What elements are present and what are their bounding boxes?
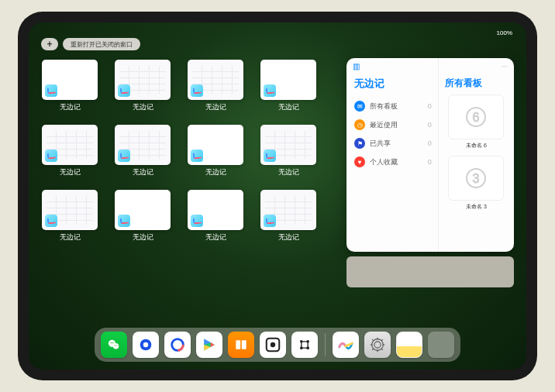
notes-icon[interactable] (396, 332, 422, 358)
app-switcher-item[interactable]: 无边记 (114, 125, 171, 184)
svg-rect-15 (242, 340, 246, 349)
dock-separator (325, 333, 326, 356)
freeform-app-badge-icon (118, 215, 130, 227)
add-tab-button[interactable]: + (41, 38, 58, 50)
window-label: 无边记 (60, 232, 81, 242)
svg-rect-14 (236, 340, 240, 349)
side-panel-right-title: 所有看板 (445, 77, 508, 90)
board-thumbnail[interactable]: 6 (448, 95, 504, 139)
svg-text:3: 3 (473, 172, 480, 185)
board-thumbnail[interactable]: 3 (448, 156, 504, 201)
settings-icon[interactable] (364, 332, 391, 358)
quark-icon[interactable] (164, 332, 191, 358)
window-thumbnail[interactable] (260, 125, 316, 165)
freeform-icon[interactable] (333, 332, 359, 358)
ipad-frame: 100% + 重新打开已关闭的窗口 无边记无边记无边记无边记无边记无边记无边记无… (18, 12, 537, 380)
freeform-app-badge-icon (118, 84, 130, 97)
freeform-app-badge-icon (45, 215, 57, 227)
sidebar-item-count: 0 (428, 158, 432, 166)
freeform-app-badge-icon (264, 84, 276, 97)
plus-icon: + (47, 39, 52, 50)
sidebar-item-count: 0 (428, 121, 432, 129)
dock (95, 328, 460, 362)
sidebar-toggle-icon[interactable]: ▥ (353, 62, 360, 70)
more-icon[interactable]: ··· (502, 62, 508, 70)
app-switcher-item[interactable]: 无边记 (260, 190, 317, 249)
app-switcher-item[interactable]: 无边记 (114, 190, 171, 249)
window-thumbnail[interactable] (115, 190, 171, 230)
freeform-app-badge-icon (191, 150, 203, 162)
window-thumbnail[interactable] (115, 60, 171, 100)
svg-text:6: 6 (473, 111, 480, 124)
window-thumbnail[interactable] (42, 60, 98, 100)
sidebar-item-heart[interactable]: ♥个人收藏0 (354, 153, 432, 171)
svg-point-23 (374, 342, 381, 348)
window-thumbnail[interactable] (188, 190, 243, 230)
svg-point-5 (113, 343, 119, 349)
app-switcher-grid: 无边记无边记无边记无边记无边记无边记无边记无边记无边记无边记无边记无边记 (41, 57, 340, 323)
window-thumbnail[interactable] (260, 60, 316, 100)
window-thumbnail[interactable] (115, 125, 171, 165)
books-icon[interactable] (228, 332, 254, 358)
side-panel-title: 无边记 (354, 77, 432, 91)
status-bar: 100% (29, 27, 526, 38)
svg-line-29 (381, 349, 383, 350)
tools-icon[interactable] (291, 332, 318, 358)
app-folder-icon[interactable] (428, 332, 454, 358)
sidebar-item-message[interactable]: ✉所有看板0 (354, 97, 432, 115)
svg-line-30 (372, 349, 374, 350)
app-switcher-item[interactable]: 无边记 (187, 125, 244, 184)
app-switcher-item[interactable]: 无边记 (41, 60, 98, 119)
freeform-app-badge-icon (118, 150, 130, 162)
freeform-app-badge-icon (191, 84, 203, 97)
sidebar-item-label: 最近使用 (370, 120, 398, 130)
sidebar-item-label: 已共享 (370, 139, 391, 149)
board-label: 未命名 6 (445, 142, 508, 150)
window-thumbnail[interactable] (188, 60, 243, 100)
freeform-app-badge-icon (264, 215, 276, 227)
app-switcher-item[interactable]: 无边记 (260, 125, 317, 184)
panel-shadow-slab (346, 256, 514, 287)
freeform-app-badge-icon (264, 150, 276, 162)
sidebar-item-label: 所有看板 (370, 101, 398, 112)
reopen-closed-window-button[interactable]: 重新打开已关闭的窗口 (63, 38, 140, 50)
sidebar-item-people[interactable]: ⚑已共享0 (354, 134, 432, 153)
qq-icon[interactable] (133, 332, 159, 358)
app-switcher-item[interactable]: 无边记 (41, 190, 98, 249)
window-label: 无边记 (278, 102, 299, 112)
sidebar-item-label: 个人收藏 (370, 157, 398, 167)
play-icon[interactable] (196, 332, 222, 358)
status-battery: 100% (497, 29, 512, 36)
sidebar-item-clock[interactable]: ◷最近使用0 (354, 115, 432, 134)
app-switcher-item[interactable]: 无边记 (260, 60, 317, 119)
window-label: 无边记 (133, 232, 153, 242)
obs-icon[interactable] (260, 332, 286, 358)
app-switcher-item[interactable]: 无边记 (41, 125, 98, 184)
window-label: 无边记 (60, 167, 81, 177)
heart-icon: ♥ (354, 156, 365, 167)
svg-point-8 (115, 345, 115, 346)
app-switcher-item[interactable]: 无边记 (114, 60, 171, 119)
board-label: 未命名 3 (445, 203, 508, 211)
window-label: 无边记 (278, 167, 299, 177)
window-label: 无边记 (278, 232, 299, 242)
window-thumbnail[interactable] (188, 125, 243, 165)
sidebar-item-count: 0 (428, 139, 432, 147)
reopen-label: 重新打开已关闭的窗口 (71, 40, 133, 49)
window-label: 无边记 (133, 167, 153, 177)
freeform-app-badge-icon (45, 150, 57, 162)
screen: 100% + 重新打开已关闭的窗口 无边记无边记无边记无边记无边记无边记无边记无… (29, 22, 526, 370)
window-thumbnail[interactable] (42, 190, 98, 230)
svg-line-31 (381, 339, 383, 341)
window-label: 无边记 (60, 102, 81, 112)
window-label: 无边记 (205, 102, 226, 112)
app-switcher-item[interactable]: 无边记 (187, 190, 244, 249)
window-label: 无边记 (205, 167, 226, 177)
svg-point-7 (112, 342, 114, 344)
freeform-app-badge-icon (191, 215, 203, 227)
freeform-app-badge-icon (45, 84, 57, 97)
window-thumbnail[interactable] (42, 125, 98, 165)
app-switcher-item[interactable]: 无边记 (187, 60, 244, 119)
window-thumbnail[interactable] (260, 190, 316, 230)
wechat-icon[interactable] (101, 332, 127, 358)
